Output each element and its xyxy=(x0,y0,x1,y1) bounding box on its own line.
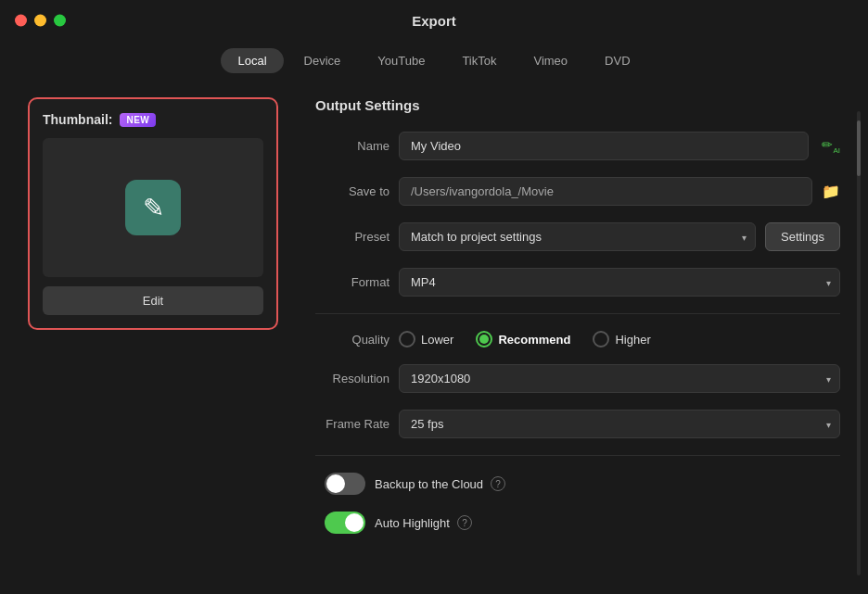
folder-icon[interactable]: 📁 xyxy=(822,183,840,200)
resolution-label: Resolution xyxy=(315,372,389,385)
title-bar: Export xyxy=(0,0,868,41)
tab-vimeo[interactable]: Vimeo xyxy=(517,48,584,73)
name-label: Name xyxy=(315,139,389,153)
thumbnail-preview: ✎ xyxy=(43,138,263,277)
right-panel: Output Settings Name ✏AI Save to /Users/… xyxy=(287,88,849,588)
minimize-button[interactable] xyxy=(34,15,46,27)
backup-row: Backup to the Cloud ? xyxy=(325,473,840,495)
scroll-thumb[interactable] xyxy=(857,120,861,176)
tab-tiktok[interactable]: TikTok xyxy=(445,48,513,73)
edit-icon: ✎ xyxy=(143,193,164,223)
save-to-path: /Users/ivangordola_/Movie xyxy=(399,177,812,206)
main-content: Thumbnail: NEW ✎ Edit Output Settings Na… xyxy=(0,88,868,588)
preset-select-wrapper: Match to project settings ▾ xyxy=(399,222,756,251)
quality-recommend[interactable]: Recommend xyxy=(476,331,570,348)
quality-row: Quality Lower Recommend xyxy=(315,331,840,348)
tab-local[interactable]: Local xyxy=(221,48,283,73)
frame-rate-row: Frame Rate 25 fps ▾ xyxy=(315,410,840,438)
format-select[interactable]: MP4 xyxy=(399,268,840,297)
format-label: Format xyxy=(315,275,389,289)
preset-row: Preset Match to project settings ▾ Setti… xyxy=(315,222,840,251)
window-title: Export xyxy=(412,13,456,29)
save-to-row: Save to /Users/ivangordola_/Movie 📁 xyxy=(315,177,840,206)
quality-label: Quality xyxy=(315,333,389,347)
format-select-wrapper: MP4 ▾ xyxy=(399,268,840,297)
thumbnail-label: Thumbnail: xyxy=(43,112,112,127)
auto-highlight-row: Auto Highlight ? xyxy=(325,512,840,534)
auto-highlight-help-icon[interactable]: ? xyxy=(457,515,472,530)
auto-highlight-toggle-knob xyxy=(345,513,364,532)
left-panel: Thumbnail: NEW ✎ Edit xyxy=(19,88,287,588)
tab-youtube[interactable]: YouTube xyxy=(361,48,441,73)
preset-select[interactable]: Match to project settings xyxy=(399,222,756,251)
name-input[interactable] xyxy=(399,132,809,160)
quality-radio-group: Lower Recommend Higher xyxy=(399,331,651,348)
preset-label: Preset xyxy=(315,230,389,244)
close-button[interactable] xyxy=(15,15,27,27)
quality-recommend-label: Recommend xyxy=(498,333,570,347)
save-to-label: Save to xyxy=(315,184,389,198)
thumbnail-container: Thumbnail: NEW ✎ Edit xyxy=(28,97,278,330)
edit-button[interactable]: Edit xyxy=(43,286,263,315)
divider-1 xyxy=(315,313,840,314)
frame-rate-label: Frame Rate xyxy=(315,417,389,431)
quality-higher-radio[interactable] xyxy=(593,331,609,348)
auto-highlight-label: Auto Highlight xyxy=(375,516,450,530)
ai-icon[interactable]: ✏AI xyxy=(822,137,840,155)
quality-higher-label: Higher xyxy=(615,333,650,347)
backup-label: Backup to the Cloud xyxy=(375,477,483,491)
format-row: Format MP4 ▾ xyxy=(315,268,840,297)
tab-device[interactable]: Device xyxy=(287,48,358,73)
quality-lower-radio[interactable] xyxy=(399,331,415,348)
resolution-row: Resolution 1920x1080 ▾ xyxy=(315,364,840,393)
frame-rate-select[interactable]: 25 fps xyxy=(399,410,840,438)
tab-bar: Local Device YouTube TikTok Vimeo DVD xyxy=(0,41,868,88)
thumbnail-header: Thumbnail: NEW xyxy=(43,112,263,127)
quality-recommend-dot xyxy=(479,335,489,344)
new-badge: NEW xyxy=(120,113,156,127)
quality-lower[interactable]: Lower xyxy=(399,331,453,348)
divider-2 xyxy=(315,455,840,456)
quality-higher[interactable]: Higher xyxy=(593,331,650,348)
resolution-select-wrapper: 1920x1080 ▾ xyxy=(399,364,840,393)
tab-dvd[interactable]: DVD xyxy=(588,48,646,73)
settings-button[interactable]: Settings xyxy=(765,222,840,251)
scroll-track xyxy=(857,111,861,575)
resolution-select[interactable]: 1920x1080 xyxy=(399,364,840,393)
section-title: Output Settings xyxy=(315,97,840,113)
backup-toggle[interactable] xyxy=(325,473,365,495)
thumbnail-icon-wrapper: ✎ xyxy=(125,180,181,235)
maximize-button[interactable] xyxy=(54,15,66,27)
quality-recommend-radio[interactable] xyxy=(476,331,492,348)
window-controls xyxy=(15,15,66,27)
backup-help-icon[interactable]: ? xyxy=(491,476,505,491)
frame-rate-select-wrapper: 25 fps ▾ xyxy=(399,410,840,438)
backup-toggle-knob xyxy=(326,474,345,493)
auto-highlight-toggle[interactable] xyxy=(325,512,365,534)
name-row: Name ✏AI xyxy=(315,132,840,160)
quality-lower-label: Lower xyxy=(421,333,453,347)
